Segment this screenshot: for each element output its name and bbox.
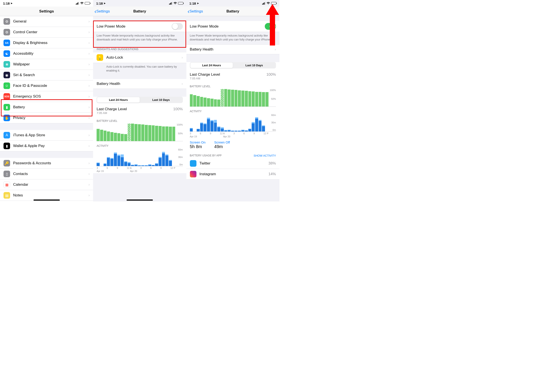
activity-bar bbox=[262, 125, 265, 132]
app-usage-row-instagram[interactable]: Instagram14% bbox=[186, 169, 279, 180]
battery-bar bbox=[162, 127, 165, 141]
settings-row-privacy[interactable]: ✋Privacy› bbox=[0, 113, 93, 123]
x-tick: 12 P bbox=[263, 132, 268, 135]
settings-row-reminders[interactable]: ☰Reminders› bbox=[0, 201, 93, 202]
seg-24h[interactable]: Last 24 Hours bbox=[97, 97, 140, 103]
settings-row-battery[interactable]: ▮Battery› bbox=[0, 102, 93, 113]
battery-bar bbox=[135, 124, 137, 141]
x-tick: 3 bbox=[190, 132, 191, 135]
seg-10d[interactable]: Last 10 Days bbox=[140, 97, 183, 103]
screen-off-value: 49m bbox=[214, 144, 230, 149]
row-label: Notes bbox=[13, 193, 89, 197]
settings-row-itunes-app-store[interactable]: AiTunes & App Store› bbox=[0, 130, 93, 141]
seg-10d[interactable]: Last 10 Days bbox=[233, 63, 276, 68]
chevron-right-icon: › bbox=[89, 172, 89, 176]
siri-icon: ◉ bbox=[4, 72, 10, 78]
y-tick-50: 50% bbox=[176, 132, 183, 135]
chevron-right-icon: › bbox=[89, 30, 89, 34]
activity-bar bbox=[138, 165, 141, 166]
settings-row-control-center[interactable]: ⚙Control Center› bbox=[0, 27, 93, 38]
row-label: Control Center bbox=[13, 30, 89, 34]
wifi-icon bbox=[173, 1, 177, 5]
show-activity-link[interactable]: SHOW ACTIVITY bbox=[254, 154, 276, 157]
last-charge-label: Last Charge Level bbox=[97, 107, 173, 111]
activity-bar bbox=[110, 158, 113, 166]
activity-bar bbox=[135, 164, 137, 166]
settings-row-face-id-passcode[interactable]: ☺Face ID & Passcode› bbox=[0, 81, 93, 91]
battery-bar bbox=[224, 89, 227, 107]
battery-bar bbox=[138, 124, 141, 141]
cellular-icon bbox=[76, 2, 79, 5]
battery-bar bbox=[117, 133, 120, 141]
back-button[interactable]: ‹ Settings bbox=[188, 6, 203, 16]
battery-bar bbox=[248, 91, 251, 107]
back-label: Settings bbox=[189, 9, 203, 14]
battery-bar bbox=[145, 125, 148, 141]
x-tick: 9 bbox=[253, 132, 255, 135]
app-name: Instagram bbox=[200, 172, 268, 176]
battery-health-row[interactable]: Battery Health › bbox=[186, 44, 279, 54]
settings-row-wallpaper[interactable]: ❀Wallpaper› bbox=[0, 59, 93, 70]
cellular-icon bbox=[262, 2, 266, 5]
chevron-right-icon: › bbox=[89, 73, 89, 77]
settings-list[interactable]: ⚙General›⚙Control Center›AADisplay & Bri… bbox=[0, 16, 93, 202]
app-usage-row-twitter[interactable]: Twitter38% bbox=[186, 158, 279, 169]
battery-bar bbox=[159, 126, 162, 141]
time-range-segmented[interactable]: Last 24 Hours Last 10 Days bbox=[97, 97, 183, 103]
chevron-right-icon: › bbox=[89, 193, 89, 197]
settings-row-general[interactable]: ⚙General› bbox=[0, 16, 93, 27]
screen-on-label: Screen On bbox=[190, 140, 206, 144]
screen-on-value: 5h 8m bbox=[190, 144, 206, 149]
home-indicator[interactable] bbox=[127, 200, 153, 201]
settings-row-siri-search[interactable]: ◉Siri & Search› bbox=[0, 70, 93, 81]
panel-battery-on: 1:18 ➤ ‹ Settings Battery Low Power Mode… bbox=[186, 0, 279, 202]
battery-bar bbox=[152, 125, 155, 141]
back-button[interactable]: ‹ Settings bbox=[95, 6, 110, 16]
date-apr19: Apr 19 bbox=[97, 170, 104, 172]
low-power-mode-row[interactable]: Low Power Mode bbox=[186, 21, 279, 32]
activity-header: ACTIVITY bbox=[190, 110, 202, 113]
low-power-mode-footer: Low Power Mode temporarily reduces backg… bbox=[93, 32, 186, 44]
low-power-mode-toggle[interactable] bbox=[172, 23, 183, 30]
battery-bar bbox=[124, 134, 127, 141]
settings-row-display-brightness[interactable]: AADisplay & Brightness› bbox=[0, 38, 93, 48]
battery-bar bbox=[169, 127, 172, 141]
time-range-segmented[interactable]: Last 24 Hours Last 10 Days bbox=[190, 62, 276, 69]
battery-health-row[interactable]: Battery Health › bbox=[93, 79, 186, 89]
home-indicator[interactable] bbox=[34, 200, 60, 201]
settings-row-accessibility[interactable]: ☯Accessibility› bbox=[0, 48, 93, 59]
settings-row-calendar[interactable]: ▦Calendar› bbox=[0, 179, 93, 190]
auto-lock-footer: Auto-Lock is currently disabled. You can… bbox=[93, 63, 186, 75]
row-label: Calendar bbox=[13, 182, 89, 187]
panel-battery-off: 1:18 ➤ ‹ Settings Battery Low Power Mode… bbox=[93, 0, 186, 202]
seg-24h[interactable]: Last 24 Hours bbox=[190, 63, 233, 68]
battery-bar bbox=[97, 129, 100, 141]
low-power-mode-label: Low Power Mode bbox=[97, 24, 171, 29]
activity-bar bbox=[124, 161, 127, 166]
auto-lock-row[interactable]: 💡 Auto-Lock › bbox=[93, 52, 186, 63]
settings-row-wallet-apple-pay[interactable]: ▮Wallet & Apple Pay› bbox=[0, 141, 93, 151]
screen-off-label: Screen Off bbox=[214, 140, 230, 144]
nav-title: Settings bbox=[39, 9, 54, 14]
battery-bar bbox=[252, 92, 255, 107]
contacts-icon: ▯ bbox=[4, 171, 10, 177]
chevron-right-icon: › bbox=[89, 161, 89, 165]
row-label: Accessibility bbox=[13, 52, 89, 56]
face-id-icon: ☺ bbox=[4, 82, 10, 89]
app-pct: 14% bbox=[268, 172, 276, 176]
status-time: 1:18 bbox=[96, 1, 103, 5]
activity-bar bbox=[97, 162, 100, 166]
sos-icon: SOS bbox=[4, 93, 10, 100]
y-tick-100: 100% bbox=[176, 123, 183, 126]
battery-bar bbox=[165, 127, 168, 141]
hand-icon: ✋ bbox=[4, 115, 10, 121]
row-label: Passwords & Accounts bbox=[13, 161, 89, 165]
battery-level-chart: 100%50% bbox=[93, 123, 186, 142]
settings-row-passwords-accounts[interactable]: 🔑Passwords & Accounts› bbox=[0, 158, 93, 169]
activity-chart: 60m30m0m 36912 A36912 P Apr 19 Apr 20 bbox=[186, 114, 279, 139]
settings-row-notes[interactable]: ▤Notes› bbox=[0, 190, 93, 201]
low-power-mode-toggle[interactable] bbox=[265, 23, 276, 30]
low-power-mode-row[interactable]: Low Power Mode bbox=[93, 21, 186, 32]
settings-row-contacts[interactable]: ▯Contacts› bbox=[0, 169, 93, 179]
settings-row-emergency-sos[interactable]: SOSEmergency SOS› bbox=[0, 91, 93, 102]
